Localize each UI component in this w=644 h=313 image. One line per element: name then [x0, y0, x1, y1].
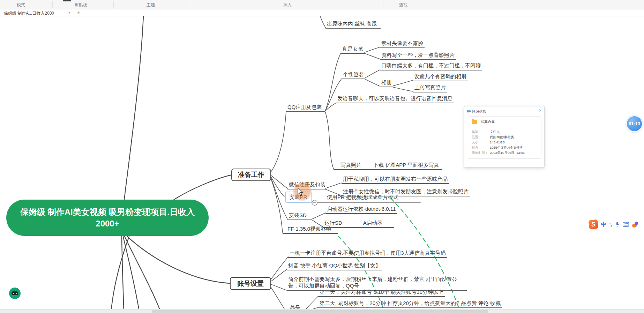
node-voice-chat[interactable]: 发语音聊天，可以安装语音包。进行语音回复消息 — [336, 95, 454, 103]
popup-file-name: 写真合集 — [481, 119, 495, 124]
node-photo-collection-row[interactable]: 写真照片 下载 亿图APP 里面很多写真 — [334, 162, 442, 170]
toolbar-item-theme[interactable]: 主题 — [147, 2, 155, 8]
toolbar-divider — [191, 1, 191, 8]
node-no-freeload[interactable]: 口嗨白嫖太多，有门槛，不过门槛，不闲聊 — [380, 62, 482, 70]
node-photo-app[interactable]: 下载 亿图APP 里面很多写真 — [373, 162, 439, 168]
tab-document-title[interactable]: 保姆级 制作A...日收入2000 — [4, 10, 54, 16]
toolbar-item-find[interactable]: 查找 — [399, 2, 407, 8]
assistant-bot-button[interactable] — [9, 288, 21, 299]
detail-row-type: 类型： 文件夹 — [472, 129, 538, 134]
node-day2[interactable]: 第二天, 刷对标账号，20分钟 推荐页20分钟，给点赞量大的作品点赞 评论 收藏 — [318, 300, 502, 308]
node-one-sim[interactable]: 一机一卡注册平台账号.不要使用虚拟号码，使用3大通信商真实号码 — [288, 250, 447, 258]
toolbar-divider — [52, 1, 53, 8]
toolbar-divider — [113, 1, 114, 8]
detail-label: 大小： — [472, 140, 490, 145]
popup-title: 详细信息 — [472, 109, 486, 114]
detail-value: 1055个文件,4个文件夹 — [490, 145, 523, 150]
node-wechat-private[interactable]: 用于私聊用，可以在朋友圈发布一些原味产品 — [342, 176, 449, 184]
detail-value: 2023年10月06日, 13:45 — [490, 150, 525, 155]
toolbar-divider — [383, 1, 383, 8]
recording-timer[interactable]: 01:13 — [626, 115, 643, 132]
node-upload-photo[interactable]: 上传写真照片 — [413, 84, 447, 92]
node-ff-interpolation[interactable]: FF-1.35.0视频补帧 — [283, 226, 338, 234]
mouse-cursor — [297, 188, 304, 196]
root-topic[interactable]: 保姆级 制作AI美女视频 吸男粉变现项目.日收入2000+ — [6, 200, 209, 236]
robot-icon — [12, 291, 18, 295]
mindmap-app: { "toolbar": { "items": ["模式", "剪贴板", "主… — [0, 0, 644, 313]
node-run-sd[interactable]: 运行SD — [324, 220, 342, 226]
node-qq-register[interactable]: QQ注册及包装 — [286, 104, 325, 112]
scrollbar-thumb[interactable] — [152, 310, 488, 313]
branch-preparation[interactable]: 准备工作 — [231, 169, 271, 181]
node-a-launcher[interactable]: A启动器 — [363, 220, 382, 226]
node-photo-collection[interactable]: 写真照片 — [340, 162, 361, 168]
detail-row-size: 大小： 145.41GB — [472, 140, 538, 145]
detail-label: 修改时间： — [472, 150, 490, 155]
node-profile-full[interactable]: 资料写全一些，发一点背影照片 — [380, 52, 456, 60]
detail-value: 文件夹 — [490, 129, 500, 134]
tab-separator — [74, 10, 74, 15]
folder-icon — [472, 120, 477, 124]
node-install-sd[interactable]: 安装SD — [287, 212, 312, 220]
ime-toolbar: S 中 °, — [589, 218, 638, 230]
microphone-icon[interactable] — [615, 221, 620, 228]
node-use-pr[interactable]: 使用PR 把视频提取成图片模式 — [325, 194, 400, 201]
file-details-popup: 详细信息 × 写真合集 类型： 文件夹 位置： 我的网盘/素材类 大小： 145… — [464, 106, 545, 167]
detail-label: 包含： — [472, 145, 490, 150]
popup-file-card: 写真合集 类型： 文件夹 位置： 我的网盘/素材类 大小： 145.41GB 包… — [468, 116, 541, 159]
new-tab-button[interactable]: + — [77, 9, 81, 16]
node-sd-dependency[interactable]: 启动器运行依赖-dotnet-6.0.11 — [325, 206, 397, 214]
node-platforms[interactable]: 抖音 快手 小红薯 QQ小世界 性别【女】 — [287, 262, 382, 270]
ime-punctuation-toggle[interactable]: °, — [609, 222, 612, 227]
detail-value: 我的网盘/素材类 — [490, 134, 514, 140]
horizontal-scrollbar[interactable] — [0, 309, 644, 313]
toolbar-divider — [419, 1, 419, 8]
popup-file-header: 写真合集 — [468, 117, 541, 127]
toolbar-item-mode[interactable]: 模式 — [17, 2, 25, 8]
toolbar-item-clipboard[interactable]: 剪贴板 — [75, 2, 87, 8]
popup-close-button[interactable]: × — [539, 108, 541, 113]
node-album[interactable]: 相册 — [380, 79, 393, 87]
detail-row-modified: 修改时间： 2023年10月06日, 13:45 — [472, 150, 538, 155]
node-day1[interactable]: 第一天，关注对标账号 5-10个 刷关注账号30分钟以上 — [318, 289, 445, 297]
tab-modified-dot: ● — [68, 11, 70, 14]
ribbon-toolbar: 模式 剪贴板 主题 插入 查找 — [0, 0, 644, 9]
node-signature[interactable]: 个性签名 — [342, 71, 365, 79]
ime-language-toggle[interactable]: 中 — [601, 221, 606, 228]
keyboard-icon[interactable] — [623, 222, 629, 227]
detail-label: 位置： — [472, 134, 490, 140]
detail-row-contains: 包含： 1055个文件,4个文件夹 — [472, 145, 538, 150]
detail-value: 145.41GB — [490, 140, 505, 145]
detail-label: 类型： — [472, 129, 490, 134]
branch-account-setup[interactable]: 账号设置 — [230, 277, 271, 290]
node-real-girl[interactable]: 真是女孩 — [341, 46, 365, 54]
document-tabbar: 保姆级 制作A...日收入2000 ● + — [0, 9, 644, 16]
popup-detail-rows: 类型： 文件夹 位置： 我的网盘/素材类 大小： 145.41GB 包含： 10… — [468, 127, 541, 155]
toolbar-accent-mark — [63, 0, 71, 1]
node-original-flavor[interactable]: 出原味内内 丝袜 高跟 — [325, 21, 381, 29]
ime-effects-icon[interactable] — [632, 222, 638, 228]
node-avatar-no-face[interactable]: 素材头像要不露脸 — [380, 40, 425, 48]
node-password-album[interactable]: 设置几个有密码的相册 — [413, 73, 468, 81]
detail-row-location: 位置： 我的网盘/素材类 — [472, 134, 538, 140]
toolbar-item-insert[interactable]: 插入 — [283, 2, 292, 8]
cloud-drive-icon — [467, 110, 471, 113]
sogou-logo-icon[interactable]: S — [589, 219, 599, 230]
